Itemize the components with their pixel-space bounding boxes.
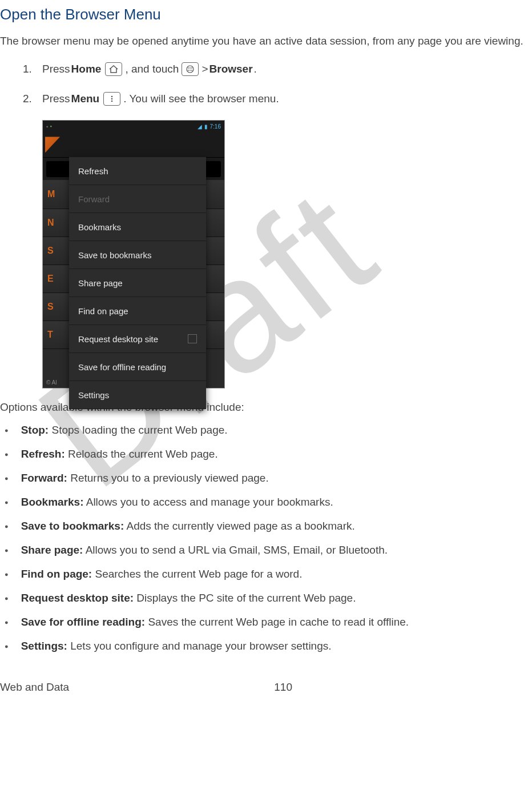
menu-item[interactable]: Bookmarks — [69, 213, 206, 241]
option-item: Find on page: Searches the current Web p… — [0, 568, 532, 580]
step-body: Press Home , and touch > Browser. — [42, 61, 257, 78]
option-label: Save for offline reading: — [21, 616, 145, 628]
menu-item-label: Save to bookmarks — [78, 250, 151, 260]
option-description: Lets you configure and manage your brows… — [67, 640, 332, 652]
svg-point-7 — [111, 96, 113, 98]
option-label: Forward: — [21, 472, 67, 484]
step-item: 2.Press Menu . You will see the browser … — [23, 90, 532, 107]
steps-list: 1.Press Home , and touch > Browser.2.Pre… — [0, 61, 532, 108]
svg-point-3 — [192, 67, 193, 69]
option-label: Refresh: — [21, 448, 65, 460]
status-time: 7:16 — [210, 123, 221, 130]
step-text: , and touch — [125, 61, 179, 78]
checkbox-icon[interactable] — [188, 334, 197, 343]
status-right: ◢ ▮ 7:16 — [198, 123, 221, 130]
menu-item-label: Request desktop site — [78, 334, 158, 344]
signal-icon: ◢ — [198, 123, 202, 130]
svg-point-2 — [190, 67, 191, 69]
menu-item-label: Refresh — [78, 166, 108, 176]
step-text: . You will see the browser menu. — [123, 90, 279, 107]
page-footer: Web and Data 110 — [0, 681, 532, 694]
footer-page-number: 110 — [274, 681, 292, 694]
option-label: Find on page: — [21, 568, 92, 580]
option-description: Searches the current Web page for a word… — [92, 568, 302, 580]
menu-item[interactable]: Refresh — [69, 157, 206, 185]
option-item: Settings: Lets you configure and manage … — [0, 640, 532, 652]
status-bar: ◦ ▪ ◢ ▮ 7:16 — [43, 121, 224, 132]
options-list: Stop: Stops loading the current Web page… — [0, 424, 532, 652]
option-description: Allows you to access and manage your boo… — [83, 496, 333, 508]
home-icon — [105, 62, 122, 76]
step-item: 1.Press Home , and touch > Browser. — [23, 61, 532, 78]
menu-item-label: Share page — [78, 278, 123, 288]
svg-point-4 — [188, 70, 190, 71]
option-description: Saves the current Web page in cache to r… — [145, 616, 409, 628]
svg-point-6 — [192, 70, 193, 71]
copyright-text: © Al — [46, 379, 57, 386]
svg-point-0 — [187, 66, 194, 73]
step-text: > — [201, 61, 208, 78]
step-bold-text: Home — [71, 61, 102, 78]
menu-item-label: Settings — [78, 390, 109, 400]
menu-item-label: Find on page — [78, 306, 128, 316]
option-label: Stop: — [21, 424, 49, 436]
option-item: Stop: Stops loading the current Web page… — [0, 424, 532, 436]
tab-corner-icon — [45, 137, 60, 153]
section-heading: Open the Browser Menu — [0, 6, 532, 23]
step-body: Press Menu . You will see the browser me… — [42, 90, 279, 107]
step-number: 2. — [23, 90, 42, 107]
step-text: Press — [42, 61, 70, 78]
option-label: Bookmarks: — [21, 496, 84, 508]
step-bold-text: Menu — [71, 90, 100, 107]
option-description: Stops loading the current Web page. — [49, 424, 227, 436]
menu-item-label: Forward — [78, 194, 110, 204]
svg-point-5 — [190, 70, 191, 71]
option-label: Request desktop site: — [21, 592, 134, 604]
menu-icon — [103, 92, 120, 106]
menu-item-label: Save for offline reading — [78, 362, 166, 372]
phone-screenshot: ◦ ▪ ◢ ▮ 7:16 MNSEST RefreshForwardBookma… — [42, 120, 225, 389]
browser-menu-popup: RefreshForwardBookmarksSave to bookmarks… — [69, 157, 206, 409]
menu-item-label: Bookmarks — [78, 222, 121, 232]
step-number: 1. — [23, 61, 42, 78]
browser-tab-header — [43, 132, 224, 158]
menu-item[interactable]: Forward — [69, 185, 206, 213]
apps-icon — [182, 62, 199, 76]
intro-paragraph: The browser menu may be opened anytime y… — [0, 34, 532, 49]
option-item: Bookmarks: Allows you to access and mana… — [0, 496, 532, 508]
menu-item[interactable]: Save for offline reading — [69, 353, 206, 381]
option-description: Adds the currently viewed page as a book… — [124, 520, 355, 532]
option-item: Save to bookmarks: Adds the currently vi… — [0, 520, 532, 532]
option-label: Save to bookmarks: — [21, 520, 124, 532]
step-text: . — [254, 61, 257, 78]
option-item: Save for offline reading: Saves the curr… — [0, 616, 532, 628]
option-label: Share page: — [21, 544, 83, 556]
menu-item[interactable]: Find on page — [69, 297, 206, 325]
option-item: Share page: Allows you to send a URL via… — [0, 544, 532, 556]
option-description: Returns you to a previously viewed page. — [67, 472, 269, 484]
menu-item[interactable]: Save to bookmarks — [69, 241, 206, 269]
option-item: Request desktop site: Displays the PC si… — [0, 592, 532, 604]
svg-point-9 — [111, 101, 113, 102]
menu-item[interactable]: Request desktop site — [69, 325, 206, 353]
option-label: Settings: — [21, 640, 67, 652]
option-description: Allows you to send a URL via Gmail, SMS,… — [83, 544, 388, 556]
menu-item[interactable]: Share page — [69, 269, 206, 297]
menu-item[interactable]: Settings — [69, 381, 206, 409]
option-item: Refresh: Reloads the current Web page. — [0, 448, 532, 460]
step-text: Press — [42, 90, 70, 107]
battery-icon: ▮ — [204, 123, 208, 130]
step-bold-text: Browser — [209, 61, 253, 78]
android-icon: ▪ — [50, 123, 52, 129]
status-left: ◦ ▪ — [46, 123, 52, 130]
option-item: Forward: Returns you to a previously vie… — [0, 472, 532, 484]
footer-section: Web and Data — [0, 681, 69, 694]
svg-point-8 — [111, 98, 113, 100]
status-dot-icon: ◦ — [46, 123, 49, 130]
svg-point-1 — [188, 67, 190, 69]
option-description: Displays the PC site of the current Web … — [134, 592, 356, 604]
option-description: Reloads the current Web page. — [65, 448, 218, 460]
